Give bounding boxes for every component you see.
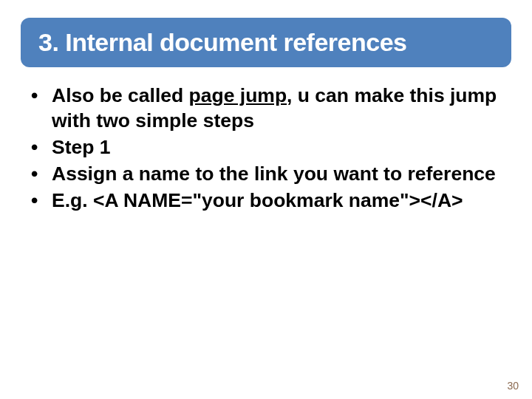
list-item: Step 1 [31,135,501,160]
bullet-text-underlined: page jump [189,84,287,106]
bullet-text: E.g. <A NAME="your bookmark name"></A> [52,189,463,211]
list-item: Assign a name to the link you want to re… [31,162,501,187]
bullet-list: Also be called page jump, u can make thi… [31,83,501,214]
page-number: 30 [507,380,519,392]
content-area: Also be called page jump, u can make thi… [31,83,501,214]
bullet-text: Assign a name to the link you want to re… [52,163,496,185]
list-item: E.g. <A NAME="your bookmark name"></A> [31,188,501,214]
slide-title: 3. Internal document references [38,28,406,57]
title-banner: 3. Internal document references [21,18,511,67]
list-item: Also be called page jump, u can make thi… [31,83,501,134]
bullet-text: Step 1 [52,136,111,158]
bullet-text-prefix: Also be called [52,84,189,106]
